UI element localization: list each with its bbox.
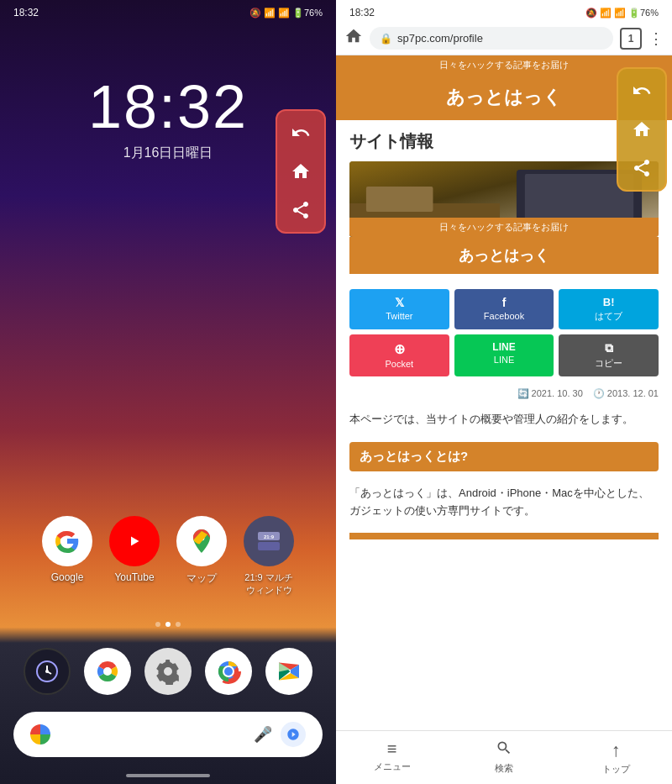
time-right: 18:32	[349, 7, 375, 18]
home-button-right[interactable]	[627, 114, 657, 145]
pocket-icon: ⊕	[394, 341, 405, 357]
lens-icon[interactable]	[281, 722, 306, 747]
share-hatena[interactable]: B! はてブ	[559, 289, 659, 329]
right-panel: 18:32 🔕 📶 📶 🔋76% 🔒 sp7pc.com/profile 1 ⋮	[336, 0, 672, 784]
svg-point-7	[103, 667, 112, 676]
hatena-icon: B!	[603, 296, 615, 308]
dot-2	[165, 622, 171, 627]
updated-date: 🔄 2021. 10. 30	[517, 388, 583, 399]
search-icon	[496, 739, 512, 760]
page-dots	[0, 622, 336, 627]
published-date: 🕐 2013. 12. 01	[593, 388, 659, 399]
top-label: トップ	[602, 763, 630, 776]
address-bar[interactable]: 🔒 sp7pc.com/profile	[370, 27, 613, 50]
home-indicator-left	[126, 774, 210, 777]
clock-display: 18:32	[88, 72, 248, 141]
share-buttons: 𝕏 Twitter f Facebook B! はてブ ⊕ Pocket	[336, 289, 672, 376]
share-line[interactable]: LINE LINE	[454, 334, 554, 376]
status-bar-left: 18:32 🔕 📶 📶 🔋76%	[0, 0, 336, 22]
site-image-tagline: 日々をハックする記事をお届け	[349, 218, 659, 237]
share-pocket[interactable]: ⊕ Pocket	[349, 334, 449, 376]
app-clock[interactable]	[24, 648, 71, 695]
app-play[interactable]	[265, 648, 312, 695]
twitter-label: Twitter	[386, 311, 412, 321]
maps-icon	[176, 516, 227, 566]
browser-home-button[interactable]	[344, 27, 363, 50]
share-facebook[interactable]: f Facebook	[454, 289, 554, 329]
maps-label: マップ	[186, 571, 217, 586]
menu-icon: ≡	[387, 739, 397, 759]
multiwindow-label: 21:9 マルチ ウィンドウ	[244, 571, 292, 597]
browser-bar: 🔒 sp7pc.com/profile 1 ⋮	[336, 22, 672, 55]
bottom-dock	[0, 639, 336, 703]
lock-icon: 🔒	[380, 33, 392, 45]
time-left: 18:32	[13, 7, 39, 18]
undo-button-left[interactable]	[286, 118, 316, 148]
url-text: sp7pc.com/profile	[397, 32, 483, 45]
search-label: 検索	[495, 762, 513, 775]
article-intro-text: 本ページでは、当サイトの概要や管理人の紹介をします。	[336, 404, 672, 435]
google-logo-search	[30, 724, 50, 745]
section-heading: あっとはっくとは?	[349, 442, 659, 471]
share-copy[interactable]: ⧉ コピー	[559, 334, 659, 376]
undo-button-right[interactable]	[627, 76, 657, 106]
facebook-icon: f	[502, 296, 507, 309]
app-settings[interactable]	[144, 648, 192, 695]
signal-icons-left: 🔕 📶 📶 🔋76%	[249, 8, 323, 18]
share-button-left[interactable]	[286, 195, 316, 225]
twitter-icon: 𝕏	[395, 296, 404, 309]
site-info-title: サイト情報	[349, 130, 659, 153]
line-label: LINE	[494, 355, 514, 365]
orange-stripe	[349, 533, 659, 539]
copy-label: コピー	[595, 357, 622, 370]
menu-label: メニュー	[374, 760, 411, 773]
article-dates: 🔄 2021. 10. 30 🕐 2013. 12. 01	[336, 383, 672, 404]
nav-buttons-left-overlay	[276, 109, 326, 234]
bottom-nav-bar: ≡ メニュー 検索 ↑ トップ	[336, 730, 672, 784]
app-row-main: Google YouTube	[17, 516, 319, 597]
section-text: 「あっとはっく」は、Android・iPhone・Macを中心とした、ガジェット…	[336, 478, 672, 527]
share-button-right[interactable]	[627, 153, 657, 183]
youtube-icon	[109, 516, 160, 566]
share-row-2: ⊕ Pocket LINE LINE ⧉ コピー	[349, 334, 659, 376]
pocket-label: Pocket	[386, 359, 414, 369]
top-icon: ↑	[612, 739, 621, 761]
app-multiwindow[interactable]: 21:9 21:9 マルチ ウィンドウ	[244, 516, 294, 597]
home-button-left[interactable]	[286, 156, 316, 187]
copy-icon: ⧉	[605, 341, 613, 355]
nav-buttons-right-overlay	[617, 67, 667, 192]
nav-top[interactable]: ↑ トップ	[560, 736, 672, 779]
clock-date: 1月16日日曜日	[123, 145, 213, 162]
status-bar-right: 18:32 🔕 📶 📶 🔋76%	[336, 0, 672, 22]
app-youtube[interactable]: YouTube	[109, 516, 160, 597]
nav-menu[interactable]: ≡ メニュー	[336, 736, 448, 779]
nav-search[interactable]: 検索	[448, 736, 559, 779]
search-bar[interactable]: 🎤	[13, 712, 323, 757]
app-chrome[interactable]	[205, 648, 252, 695]
share-twitter[interactable]: 𝕏 Twitter	[349, 289, 449, 329]
app-icons-area: Google YouTube	[0, 499, 336, 622]
app-photos[interactable]	[84, 648, 131, 695]
tab-count[interactable]: 1	[620, 28, 642, 50]
app-google[interactable]: Google	[42, 516, 92, 597]
site-image-title: あっとはっく	[349, 237, 659, 274]
google-label: Google	[51, 571, 84, 583]
signal-icons-right: 🔕 📶 📶 🔋76%	[585, 8, 659, 18]
line-icon: LINE	[492, 341, 515, 353]
dot-1	[155, 622, 160, 627]
multiwindow-icon: 21:9	[244, 516, 294, 566]
google-icon	[42, 516, 92, 566]
svg-point-11	[224, 667, 233, 676]
app-maps[interactable]: マップ	[176, 516, 227, 597]
hatena-label: はてブ	[595, 310, 622, 323]
browser-menu-button[interactable]: ⋮	[648, 29, 664, 48]
mic-icon[interactable]: 🎤	[254, 725, 272, 744]
svg-rect-1	[258, 542, 280, 550]
svg-point-6	[45, 670, 49, 673]
svg-text:21:9: 21:9	[264, 534, 275, 539]
facebook-label: Facebook	[484, 311, 524, 321]
dot-3	[176, 622, 181, 627]
share-row-1: 𝕏 Twitter f Facebook B! はてブ	[349, 289, 659, 329]
svg-rect-19	[366, 187, 433, 212]
site-banner-image: 日々をハックする記事をお届け	[349, 161, 659, 237]
